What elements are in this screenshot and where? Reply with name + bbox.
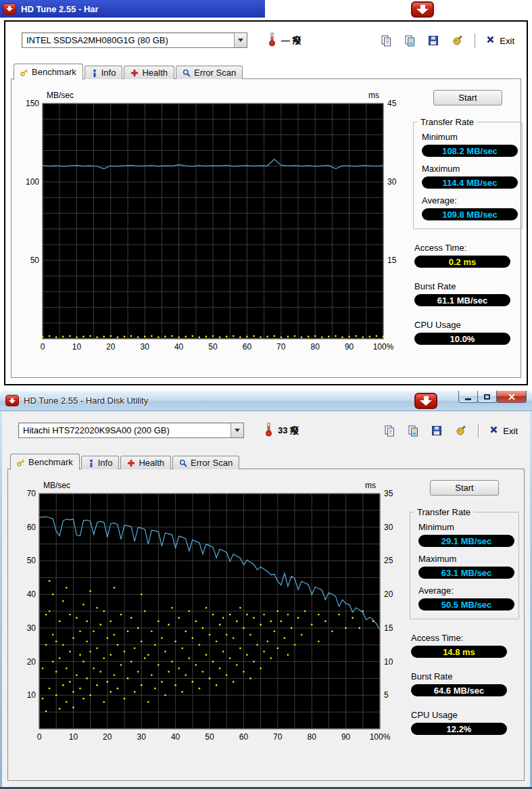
copy-text-button[interactable] bbox=[382, 424, 397, 437]
temperature-value: — 癈 bbox=[281, 34, 301, 47]
tab-label: Error Scan bbox=[191, 458, 233, 468]
toolbar-separator bbox=[478, 423, 479, 438]
svg-text:30: 30 bbox=[137, 732, 147, 742]
tab-info[interactable]: Info bbox=[84, 66, 123, 79]
tab-benchmark[interactable]: Benchmark bbox=[14, 64, 83, 80]
svg-text:30: 30 bbox=[27, 623, 37, 633]
stats-panel: Start Transfer Rate Minimum 108.2 MB/sec… bbox=[413, 87, 523, 345]
copy-text-button[interactable] bbox=[379, 34, 393, 47]
tab-error-scan[interactable]: Error Scan bbox=[172, 456, 239, 469]
exit-icon bbox=[486, 35, 495, 46]
capture-icon bbox=[455, 425, 466, 437]
exit-button[interactable]: Exit bbox=[489, 425, 518, 436]
tab-label: Health bbox=[139, 458, 164, 468]
copy-image-icon bbox=[408, 425, 419, 437]
tab-info[interactable]: Info bbox=[81, 456, 120, 469]
maximize-button[interactable] bbox=[477, 391, 497, 403]
capture-button[interactable] bbox=[453, 424, 468, 437]
drive-select-value: INTEL SSDSA2MH080G1G (80 GB) bbox=[22, 33, 234, 47]
toolbar-separator bbox=[475, 33, 476, 48]
tab-health[interactable]: Health bbox=[124, 66, 174, 79]
tab-health[interactable]: Health bbox=[120, 456, 171, 469]
copy-image-button[interactable] bbox=[402, 34, 417, 47]
svg-text:60: 60 bbox=[239, 732, 249, 742]
minimize-button[interactable] bbox=[458, 391, 478, 403]
svg-text:20: 20 bbox=[27, 657, 37, 667]
transfer-rate-title: Transfer Rate bbox=[418, 117, 477, 127]
save-button[interactable] bbox=[426, 34, 441, 47]
maximum-label: Maximum bbox=[418, 554, 512, 564]
maximum-label: Maximum bbox=[422, 164, 515, 174]
benchmark-panel: 150100504530150102030405060708090100%MB/… bbox=[11, 78, 521, 378]
svg-text:80: 80 bbox=[308, 732, 317, 742]
svg-text:15: 15 bbox=[384, 623, 393, 633]
svg-text:100: 100 bbox=[26, 177, 39, 187]
svg-text:90: 90 bbox=[345, 342, 354, 352]
svg-text:0: 0 bbox=[41, 342, 45, 352]
thermometer-icon bbox=[268, 32, 276, 49]
start-button[interactable]: Start bbox=[430, 480, 499, 496]
burst-rate-value: 61.1 MB/sec bbox=[414, 294, 510, 306]
hdtune-window-ssd: HD Tune 2.55 - Har INTEL SSDSA2MH080G1G … bbox=[0, 0, 532, 391]
start-button[interactable]: Start bbox=[433, 90, 502, 105]
minimum-value: 29.1 MB/sec bbox=[418, 535, 514, 547]
toolbar: INTEL SSDSA2MH080G1G (80 GB) — 癈 bbox=[16, 32, 517, 50]
hdtune-window-hdd: HD Tune 2.55 - Hard Disk Utility Hitachi… bbox=[0, 391, 532, 789]
copy-image-icon bbox=[404, 35, 416, 47]
svg-text:30: 30 bbox=[384, 523, 393, 532]
svg-text:25: 25 bbox=[384, 556, 393, 565]
benchmark-panel: 7060504030201035302520151050102030405060… bbox=[7, 469, 525, 781]
svg-text:50: 50 bbox=[27, 556, 37, 565]
average-label: Average: bbox=[418, 585, 512, 596]
burst-rate-label: Burst Rate bbox=[414, 281, 523, 291]
exit-label: Exit bbox=[500, 36, 514, 46]
svg-text:80: 80 bbox=[311, 342, 320, 352]
cpu-usage-label: CPU Usage bbox=[411, 710, 519, 720]
error-scan-icon bbox=[179, 459, 187, 467]
copy-image-button[interactable] bbox=[406, 424, 420, 437]
svg-text:60: 60 bbox=[27, 523, 37, 532]
error-scan-icon bbox=[183, 69, 191, 77]
svg-text:ms: ms bbox=[368, 91, 379, 100]
stats-panel: Start Transfer Rate Minimum 29.1 MB/sec … bbox=[410, 477, 519, 735]
drive-select[interactable]: INTEL SSDSA2MH080G1G (80 GB) bbox=[22, 32, 247, 48]
svg-text:10: 10 bbox=[27, 690, 37, 700]
svg-text:40: 40 bbox=[171, 732, 180, 742]
cpu-usage-value: 10.0% bbox=[414, 333, 510, 345]
svg-text:50: 50 bbox=[30, 256, 40, 265]
svg-text:70: 70 bbox=[27, 489, 37, 498]
temperature-value: 33 癈 bbox=[278, 425, 299, 437]
svg-text:90: 90 bbox=[341, 732, 351, 742]
tab-label: Health bbox=[142, 68, 168, 78]
drive-select[interactable]: Hitachi HTS722020K9SA00 (200 GB) bbox=[18, 423, 244, 438]
drive-select-value: Hitachi HTS722020K9SA00 (200 GB) bbox=[19, 423, 231, 437]
drive-select-arrow[interactable] bbox=[231, 423, 243, 437]
tab-label: Info bbox=[101, 68, 116, 78]
tab-benchmark[interactable]: Benchmark bbox=[10, 454, 80, 470]
save-icon bbox=[428, 35, 439, 47]
svg-text:40: 40 bbox=[27, 590, 37, 599]
window-title: HD Tune 2.55 - Har bbox=[21, 4, 99, 14]
window-title: HD Tune 2.55 - Hard Disk Utility bbox=[24, 396, 148, 406]
window-client: Hitachi HTS722020K9SA00 (200 GB) 33 癈 bbox=[2, 412, 530, 787]
exit-button[interactable]: Exit bbox=[486, 35, 514, 46]
benchmark-icon bbox=[20, 68, 28, 76]
thermometer-icon bbox=[264, 422, 273, 439]
minimum-label: Minimum bbox=[422, 132, 515, 142]
svg-text:10: 10 bbox=[69, 732, 78, 742]
save-button[interactable] bbox=[429, 424, 444, 437]
svg-text:20: 20 bbox=[106, 342, 116, 352]
close-button[interactable] bbox=[496, 391, 527, 403]
copy-text-icon bbox=[384, 425, 395, 437]
maximum-value: 114.4 MB/sec bbox=[422, 176, 518, 189]
capture-icon bbox=[452, 35, 463, 47]
minimum-value: 108.2 MB/sec bbox=[422, 145, 518, 157]
toolbar-buttons: Exit bbox=[382, 423, 518, 439]
drive-select-arrow[interactable] bbox=[234, 33, 247, 47]
tab-error-scan[interactable]: Error Scan bbox=[176, 66, 243, 79]
capture-button[interactable] bbox=[450, 34, 464, 47]
app-window-icon bbox=[5, 395, 19, 406]
minimize-icon bbox=[465, 398, 471, 400]
average-value: 109.8 MB/sec bbox=[422, 208, 518, 220]
tab-label: Info bbox=[98, 458, 113, 468]
